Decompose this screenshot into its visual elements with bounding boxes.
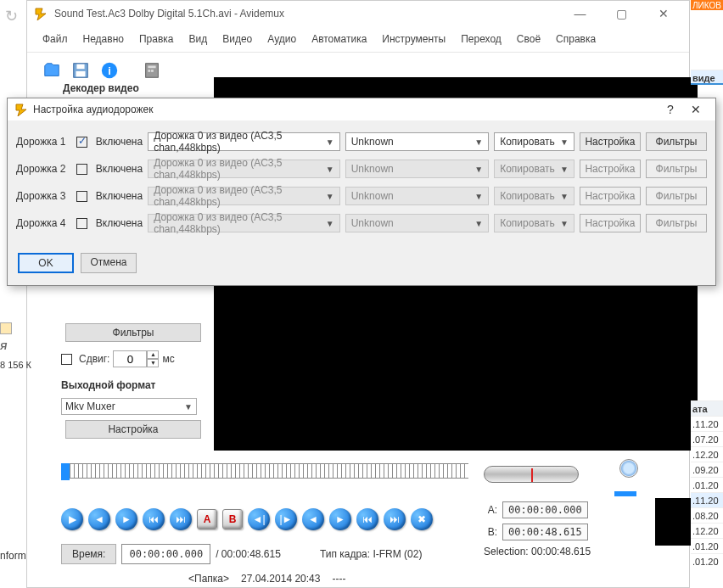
goto-end-icon[interactable]: ⏭ <box>384 508 406 530</box>
spin-down-icon[interactable]: ▼ <box>147 359 159 367</box>
window-title: Sound Test.Ac3 Dolby Digital 5.1Ch.avi -… <box>54 8 561 20</box>
track-language-select[interactable]: Unknown▼ <box>345 132 489 151</box>
mark-b-icon[interactable]: B <box>222 509 243 529</box>
menu-Переход[interactable]: Переход <box>454 30 508 48</box>
track-source-select[interactable]: Дорожка 0 из видео (AC3,5 chan,448kbps)▼ <box>148 132 340 151</box>
save-icon[interactable] <box>68 58 93 83</box>
dialog-help-button[interactable]: ? <box>658 103 683 116</box>
track-filters-button: Фильтры <box>646 187 707 205</box>
seek-back-key-icon[interactable]: ◄| <box>248 508 270 530</box>
menu-Вид[interactable]: Вид <box>182 30 215 48</box>
chevron-down-icon: ▼ <box>184 402 193 412</box>
rewind-icon[interactable]: ⏮ <box>143 508 165 530</box>
status-folder: <Папка> <box>185 571 233 586</box>
time-label-button[interactable]: Время: <box>61 544 116 564</box>
track-configure-button: Настройка <box>580 214 641 232</box>
next-icon[interactable]: ► <box>115 508 137 530</box>
calculator-icon[interactable] <box>139 58 165 83</box>
track-enable-checkbox[interactable] <box>76 191 87 202</box>
sel-a-label: A: <box>484 504 497 516</box>
duration-label: / 00:00:48.615 <box>216 548 281 560</box>
track-configure-button[interactable]: Настройка <box>580 132 641 151</box>
menu-Автоматика[interactable]: Автоматика <box>305 30 373 48</box>
right-date-cell: .07.20 <box>691 431 723 446</box>
reload-icon[interactable]: ↻ <box>5 7 18 25</box>
shift-input[interactable] <box>113 350 147 367</box>
menu-Справка[interactable]: Справка <box>549 30 602 48</box>
dialog-title: Настройка аудиодорожек <box>33 104 658 115</box>
filters-button[interactable]: Фильтры <box>65 323 201 342</box>
track-filters-button: Фильтры <box>646 214 707 232</box>
timeline-ruler[interactable] <box>61 463 468 479</box>
svg-rect-3 <box>76 71 86 76</box>
track-enable-checkbox[interactable] <box>76 137 87 148</box>
mark-a-icon[interactable]: A <box>197 509 217 529</box>
menu-Видео[interactable]: Видео <box>216 30 259 48</box>
frame-type-label: Тип кадра: I-FRM (02) <box>320 548 423 560</box>
track-filters-button: Фильтры <box>646 160 707 178</box>
disc-icon[interactable] <box>619 459 638 478</box>
seek-back-black-icon[interactable]: ◄ <box>302 508 324 530</box>
seek-fwd-key-icon[interactable]: |► <box>275 508 297 530</box>
timeline-handle[interactable] <box>61 463 70 480</box>
jog-wheel[interactable] <box>484 466 579 483</box>
right-date-cell: .12.20 <box>691 446 723 462</box>
status-dash: ---- <box>328 571 349 586</box>
track-label: Дорожка 3 <box>16 190 71 202</box>
video-decoder-label: Декодер видео <box>63 82 139 94</box>
track-enabled-text: Включена <box>96 136 143 148</box>
menu-Инструменты[interactable]: Инструменты <box>375 30 452 48</box>
right-orange-badge: ЛИКОВ <box>691 0 723 10</box>
track-configure-button: Настройка <box>580 160 641 178</box>
left-letter-icon: Я <box>0 341 31 351</box>
dialog-close-button[interactable]: ✕ <box>683 103 709 116</box>
track-enable-checkbox[interactable] <box>76 218 87 229</box>
app-icon <box>34 7 48 20</box>
configure-button[interactable]: Настройка <box>65 420 201 439</box>
track-configure-button: Настройка <box>580 187 641 205</box>
track-codec-select[interactable]: Копировать▼ <box>494 132 574 151</box>
delete-icon[interactable]: ✖ <box>411 508 433 530</box>
ok-button[interactable]: OK <box>18 253 74 273</box>
goto-start-icon[interactable]: ⏮ <box>356 508 378 530</box>
minimize-button[interactable]: — <box>561 2 599 25</box>
shift-checkbox[interactable] <box>61 354 72 365</box>
menu-Файл[interactable]: Файл <box>36 30 75 48</box>
maximize-button[interactable]: ▢ <box>602 2 641 25</box>
time-value[interactable]: 00:00:00.000 <box>121 544 210 564</box>
forward-icon[interactable]: ⏭ <box>170 508 192 530</box>
prev-icon[interactable]: ◄ <box>88 508 110 530</box>
menu-Своё[interactable]: Своё <box>510 30 547 48</box>
sel-a-value[interactable]: 00:00:00.000 <box>502 501 588 518</box>
muxer-select[interactable]: Mkv Muxer ▼ <box>61 398 197 415</box>
menu-Недавно[interactable]: Недавно <box>76 30 131 48</box>
cancel-button[interactable]: Отмена <box>81 253 137 273</box>
spin-up-icon[interactable]: ▲ <box>147 350 159 359</box>
svg-marker-10 <box>16 104 26 116</box>
shift-label: Сдвиг: <box>79 353 109 365</box>
track-codec-select: Копировать▼ <box>494 160 574 178</box>
right-date-cell: .12.20 <box>691 523 723 538</box>
menu-Правка[interactable]: Правка <box>132 30 181 48</box>
sel-b-value[interactable]: 00:00:48.615 <box>502 524 588 540</box>
right-date-cell: .11.20 <box>691 492 723 507</box>
right-col-header: ата <box>691 400 723 416</box>
output-format-label: Выходной формат <box>61 379 205 398</box>
track-filters-button[interactable]: Фильтры <box>646 132 707 151</box>
dialog-app-icon <box>14 103 28 116</box>
svg-rect-8 <box>148 70 150 72</box>
track-enable-checkbox[interactable] <box>76 164 87 175</box>
right-date-cell: .09.20 <box>691 462 723 477</box>
close-button[interactable]: ✕ <box>644 2 682 25</box>
info-icon[interactable]: i <box>97 58 122 83</box>
menu-Аудио[interactable]: Аудио <box>261 30 303 48</box>
open-file-icon[interactable] <box>39 58 64 83</box>
track-enabled-text: Включена <box>96 163 143 175</box>
seek-fwd-black-icon[interactable]: ► <box>329 508 351 530</box>
small-flag-icon <box>0 322 12 334</box>
shift-spinner[interactable]: ▲▼ <box>113 350 159 367</box>
bitrate-label: 8 156 К <box>0 360 31 370</box>
muxer-value: Mkv Muxer <box>65 400 115 412</box>
track-source-select: Дорожка 0 из видео (AC3,5 chan,448kbps)▼ <box>148 160 340 178</box>
play-icon[interactable]: ▶ <box>61 508 83 530</box>
